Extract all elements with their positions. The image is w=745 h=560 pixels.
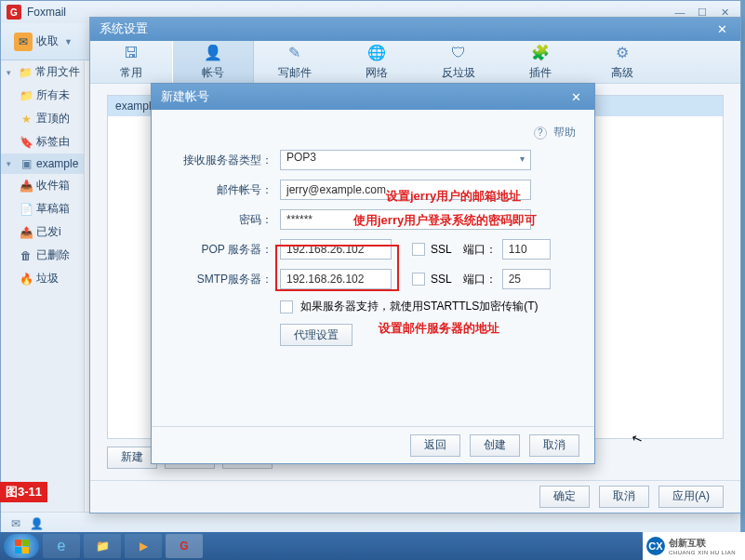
tree-label: 置顶的 [36, 111, 70, 127]
tree-drafts[interactable]: 📄 草稿箱 [1, 197, 84, 220]
help-icon: ? [534, 127, 547, 140]
tree-label: 已删除 [36, 247, 70, 263]
pop-port-label: 端口： [463, 242, 497, 258]
mailbox-icon: ▣ [20, 157, 33, 170]
plugin-icon: 🧩 [530, 43, 551, 63]
foxmail-icon: G [180, 540, 188, 553]
flame-icon: 🔥 [20, 273, 33, 286]
proxy-settings-button[interactable]: 代理设置 [280, 324, 353, 346]
disk-icon: 🖫 [121, 43, 141, 63]
taskbar-foxmail[interactable]: G [166, 534, 203, 558]
row-recv-type: 接收服务器类型： POP3 [170, 150, 576, 170]
help-link[interactable]: ? 帮助 [170, 125, 576, 140]
create-button[interactable]: 创建 [470, 434, 520, 457]
taskbar-ie[interactable]: e [43, 534, 80, 558]
contact-status-icon[interactable]: 👤 [29, 516, 44, 531]
label-smtp-server: SMTP服务器： [170, 272, 273, 287]
help-label: 帮助 [553, 126, 576, 139]
foxmail-logo-icon: G [7, 5, 21, 20]
watermark-logo-icon: CX [646, 537, 665, 555]
tree-tags[interactable]: 🔖 标签由 [1, 130, 84, 153]
recv-type-select[interactable]: POP3 [280, 150, 531, 170]
tree-account[interactable]: ▾ ▣ example [1, 153, 84, 174]
inbox-icon: ✉ [14, 33, 33, 51]
tab-account[interactable]: 👤 帐号 [172, 41, 254, 83]
password-input[interactable] [280, 209, 531, 230]
tree-pinned[interactable]: ★ 置顶的 [1, 107, 84, 130]
taskbar-explorer[interactable]: 📁 [84, 534, 121, 558]
row-proxy: 代理设置 [280, 324, 576, 346]
settings-footer: 确定 取消 应用(A) [90, 480, 740, 513]
new-account-dialog: 新建帐号 ✕ ? 帮助 接收服务器类型： POP3 邮件帐号： 密码： POP … [151, 83, 595, 464]
start-button[interactable] [4, 534, 39, 558]
settings-title: 系统设置 [100, 20, 148, 37]
chevron-down-icon[interactable]: ▼ [64, 37, 73, 47]
recv-type-value: POP3 [286, 151, 316, 164]
tree-label: 标签由 [36, 134, 70, 150]
smtp-ssl-checkbox[interactable] [412, 273, 425, 286]
mail-account-input[interactable] [280, 180, 531, 200]
gear-icon: ⚙ [612, 43, 632, 63]
pop-ssl-checkbox[interactable] [412, 243, 425, 256]
watermark-sub: CHUANG XIN HU LIAN [669, 550, 736, 555]
ie-icon: e [58, 538, 66, 554]
settings-title-bar: 系统设置 ✕ [90, 18, 740, 41]
folder-tree: ▾ 📁 常用文件 📁 所有未 ★ 置顶的 🔖 标签由 ▾ ▣ example [1, 60, 85, 512]
folder-icon: 📁 [19, 66, 32, 79]
tree-all-unread[interactable]: 📁 所有未 [1, 84, 84, 107]
new-account-footer: 返回 创建 取消 [152, 426, 594, 463]
cancel-button[interactable]: 取消 [529, 434, 579, 457]
chevron-down-icon[interactable]: ▾ [7, 68, 15, 77]
settings-apply-button[interactable]: 应用(A) [659, 486, 724, 508]
folder-icon: 📁 [96, 540, 110, 553]
receive-label: 收取 [36, 33, 59, 49]
tab-antispam[interactable]: 🛡 反垃圾 [418, 41, 499, 83]
tree-common-files[interactable]: ▾ 📁 常用文件 [1, 60, 84, 84]
tab-network[interactable]: 🌐 网络 [336, 41, 418, 83]
tab-advanced[interactable]: ⚙ 高级 [581, 41, 663, 83]
tab-compose[interactable]: ✎ 写邮件 [254, 41, 336, 83]
settings-cancel-button[interactable]: 取消 [599, 486, 649, 508]
mail-status-icon[interactable]: ✉ [8, 516, 23, 531]
pop-server-input[interactable] [280, 239, 392, 260]
label-mail-account: 邮件帐号： [170, 182, 273, 198]
row-pop-server: POP 服务器： SSL 端口： [170, 239, 576, 260]
pop-port-input[interactable] [502, 239, 551, 260]
new-account-title: 新建帐号 [161, 88, 209, 105]
row-starttls: 如果服务器支持，就使用STARTTLS加密传输(T) [280, 299, 576, 314]
new-account-close-button[interactable]: ✕ [566, 87, 585, 106]
receive-button[interactable]: ✉ 收取 ▼ [8, 29, 78, 55]
star-icon: ★ [20, 113, 33, 126]
status-bar: ✉ 👤 [1, 512, 740, 534]
tab-general[interactable]: 🖫 常用 [90, 41, 172, 83]
user-icon: 👤 [203, 43, 223, 63]
tree-inbox[interactable]: 📥 收件箱 [1, 174, 84, 197]
tree-label: 收件箱 [36, 178, 70, 193]
starttls-checkbox[interactable] [280, 300, 293, 313]
settings-close-button[interactable]: ✕ [712, 20, 731, 38]
row-mail-account: 邮件帐号： [170, 180, 576, 200]
tab-plugin[interactable]: 🧩 插件 [499, 41, 581, 83]
tree-label: 常用文件 [35, 64, 80, 80]
windows-logo-icon [15, 540, 29, 553]
back-button[interactable]: 返回 [410, 434, 460, 457]
new-account-button[interactable]: 新建 [107, 447, 157, 469]
smtp-port-input[interactable] [502, 269, 551, 289]
draft-icon: 📄 [20, 203, 33, 216]
label-pop-server: POP 服务器： [170, 242, 273, 258]
taskbar-media[interactable]: ▶ [125, 534, 162, 558]
tree-label: 所有未 [36, 87, 70, 103]
tree-junk[interactable]: 🔥 垃圾 [1, 267, 84, 290]
pen-icon: ✎ [285, 43, 305, 63]
figure-label: 图3-11 [0, 482, 47, 502]
label-recv-type: 接收服务器类型： [170, 153, 273, 168]
tree-deleted[interactable]: 🗑 已删除 [1, 244, 84, 267]
new-account-body: ? 帮助 接收服务器类型： POP3 邮件帐号： 密码： POP 服务器： SS… [152, 110, 594, 426]
smtp-server-input[interactable] [280, 269, 392, 289]
chevron-down-icon[interactable]: ▾ [7, 159, 16, 168]
taskbar: e 📁 ▶ G CH ⌨ ▴ ⚑ 🔊 [0, 532, 745, 560]
trash-icon: 🗑 [20, 249, 33, 262]
tree-sent[interactable]: 📤 已发i [1, 220, 84, 244]
smtp-port-label: 端口： [463, 272, 497, 287]
settings-ok-button[interactable]: 确定 [539, 486, 590, 508]
